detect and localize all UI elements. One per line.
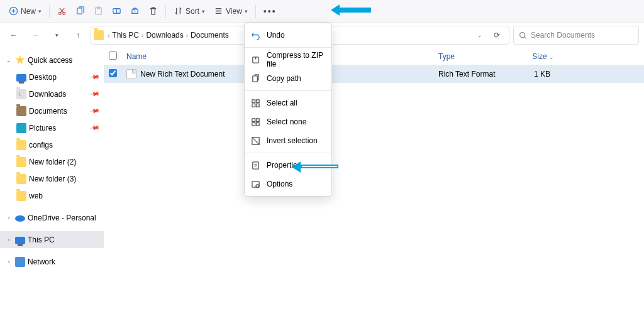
svg-rect-14: [252, 118, 255, 121]
more-button[interactable]: •••: [260, 3, 280, 20]
file-type: Rich Text Format: [438, 70, 510, 78]
network-icon: [15, 257, 25, 267]
column-headers: Name Type Size ⌄: [104, 48, 644, 65]
back-button[interactable]: ←: [5, 26, 23, 44]
svg-rect-17: [256, 122, 259, 126]
up-button[interactable]: ↑: [69, 26, 87, 44]
sidebar-this-pc[interactable]: ›This PC: [0, 231, 104, 248]
sidebar-item-configs[interactable]: configs: [0, 136, 104, 153]
copy-button[interactable]: [72, 3, 89, 20]
chevron-right-icon: ›: [186, 32, 188, 39]
select-all-checkbox[interactable]: [109, 51, 117, 60]
new-button[interactable]: New ▾: [5, 3, 45, 20]
svg-rect-13: [256, 104, 259, 107]
refresh-button[interactable]: ⟳: [487, 31, 506, 40]
pc-icon: [15, 237, 25, 244]
menu-selectall[interactable]: Select all: [245, 94, 331, 112]
new-label: New: [21, 7, 36, 16]
chevron-down-icon: ▾: [202, 8, 205, 14]
delete-button[interactable]: [145, 3, 162, 20]
more-options-menu: Undo Compress to ZIP file Copy path Sele…: [244, 23, 332, 197]
chevron-right-icon: ›: [108, 32, 109, 39]
sidebar-item-downloads[interactable]: Downloads📌: [0, 85, 104, 102]
sidebar-item-web[interactable]: web: [0, 187, 104, 204]
sidebar-onedrive[interactable]: ›OneDrive - Personal: [0, 209, 104, 226]
sidebar-item-desktop[interactable]: Desktop📌: [0, 68, 104, 85]
sidebar-quick-access[interactable]: ⌄Quick access: [0, 51, 104, 68]
separator: [255, 5, 256, 18]
zip-icon: [251, 55, 260, 65]
chevron-right-icon: ›: [142, 32, 143, 39]
col-size[interactable]: Size ⌄: [510, 52, 554, 61]
chevron-down-icon: ▾: [38, 8, 42, 14]
sidebar-item-pictures[interactable]: Pictures📌: [0, 119, 104, 136]
paste-button[interactable]: [90, 3, 107, 20]
sidebar-item-newfolder2[interactable]: New folder (2): [0, 153, 104, 170]
documents-icon: [16, 106, 26, 116]
file-size: 1 KB: [510, 70, 554, 78]
sort-label: Sort: [186, 7, 199, 16]
pin-icon: 📌: [90, 89, 100, 99]
search-placeholder: Search Documents: [531, 31, 595, 40]
invert-icon: [251, 136, 260, 146]
svg-rect-10: [252, 99, 255, 102]
menu-selectnone[interactable]: Select none: [245, 112, 331, 131]
folder-icon: [16, 157, 26, 167]
menu-divider: [245, 90, 331, 91]
folder-icon: [16, 174, 26, 184]
forward-button[interactable]: →: [26, 26, 44, 44]
annotation-arrow: [340, 8, 371, 13]
col-type[interactable]: Type: [438, 52, 510, 61]
svg-rect-9: [253, 75, 258, 81]
sidebar-item-documents[interactable]: Documents📌: [0, 102, 104, 119]
options-icon: [251, 180, 260, 189]
sidebar-network[interactable]: ›Network: [0, 253, 104, 270]
folder-icon: [94, 30, 104, 40]
share-button[interactable]: [126, 3, 143, 20]
file-list: Name Type Size ⌄ New Rich Text Document …: [104, 48, 644, 314]
navigation-sidebar: ⌄Quick access Desktop📌 Downloads📌 Docume…: [0, 48, 104, 314]
menu-options[interactable]: Options: [245, 175, 331, 193]
pin-icon: 📌: [90, 72, 100, 82]
search-input[interactable]: Search Documents: [513, 26, 639, 45]
view-button[interactable]: View ▾: [210, 3, 252, 20]
separator: [165, 5, 166, 18]
svg-rect-11: [256, 99, 259, 102]
sort-button[interactable]: Sort ▾: [170, 3, 209, 20]
crumb-downloads[interactable]: Downloads: [146, 31, 183, 40]
copypath-icon: [251, 74, 260, 84]
search-icon: [519, 31, 527, 40]
onedrive-icon: [15, 215, 25, 222]
view-label: View: [226, 7, 242, 16]
crumb-this-pc[interactable]: This PC: [112, 31, 139, 40]
selectnone-icon: [251, 117, 260, 127]
menu-zip[interactable]: Compress to ZIP file: [245, 50, 331, 69]
svg-point-7: [520, 32, 525, 37]
star-icon: [15, 55, 25, 65]
recent-dropdown[interactable]: ▾: [48, 26, 65, 44]
pin-icon: 📌: [90, 122, 100, 133]
svg-rect-19: [253, 161, 258, 168]
pin-icon: 📌: [90, 106, 100, 116]
toolbar: New ▾ Sort ▾ View ▾ •••: [0, 0, 644, 23]
address-dropdown[interactable]: ⌄: [477, 32, 482, 38]
menu-undo[interactable]: Undo: [245, 26, 331, 45]
cut-button[interactable]: [53, 3, 70, 20]
table-row[interactable]: New Rich Text Document Rich Text Format …: [104, 65, 644, 83]
menu-invert[interactable]: Invert selection: [245, 131, 331, 150]
rtf-file-icon: [126, 69, 136, 79]
menu-copypath[interactable]: Copy path: [245, 69, 331, 88]
file-name: New Rich Text Document: [140, 70, 225, 78]
sidebar-item-newfolder3[interactable]: New folder (3): [0, 170, 104, 187]
undo-icon: [251, 31, 260, 40]
desktop-icon: [16, 74, 26, 82]
rename-button[interactable]: [108, 3, 125, 20]
crumb-documents[interactable]: Documents: [191, 31, 229, 40]
row-checkbox[interactable]: [109, 69, 117, 77]
menu-divider: [245, 153, 331, 153]
separator: [49, 5, 50, 18]
properties-icon: [251, 161, 260, 170]
svg-rect-3: [77, 8, 82, 14]
downloads-icon: [16, 89, 26, 99]
svg-rect-15: [256, 118, 259, 121]
